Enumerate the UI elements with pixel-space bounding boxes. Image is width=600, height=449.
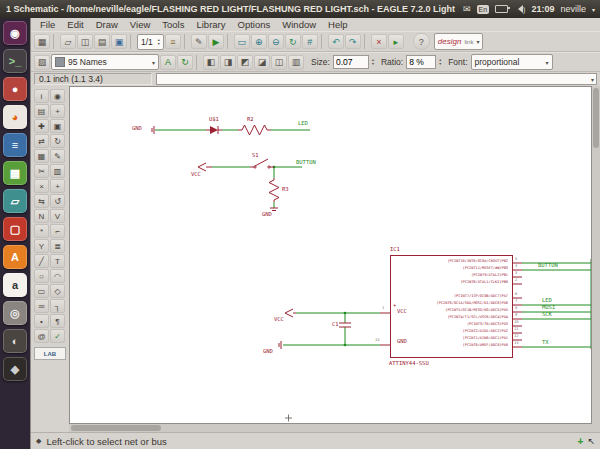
align-bottom-left-button[interactable]: ◩ bbox=[237, 55, 253, 70]
toolbar-icon[interactable] bbox=[130, 34, 134, 49]
session-user[interactable]: neville bbox=[560, 4, 586, 14]
open-icon[interactable]: ▱ bbox=[60, 34, 76, 49]
menu-tools[interactable]: Tools bbox=[156, 18, 190, 31]
stop-icon[interactable]: × bbox=[371, 34, 387, 49]
junction-tool[interactable]: • bbox=[34, 314, 49, 328]
name-display-button[interactable]: A bbox=[160, 55, 176, 70]
split-tool[interactable]: Y bbox=[34, 239, 49, 253]
menu-options[interactable]: Options bbox=[232, 18, 277, 31]
display-tool[interactable]: ▤ bbox=[34, 104, 49, 118]
schematic-canvas[interactable]: GNDU$1R2LEDVCCS1BUTTONR3GNDIC1ATTINY44-S… bbox=[69, 86, 592, 424]
delete-tool[interactable]: × bbox=[34, 179, 49, 193]
toolbar-icon[interactable] bbox=[184, 34, 188, 49]
zoom-out-icon[interactable]: ⊖ bbox=[268, 34, 284, 49]
cut-tool[interactable]: ✂ bbox=[34, 164, 49, 178]
redo-icon[interactable]: ↷ bbox=[345, 34, 361, 49]
toolbar-icon[interactable] bbox=[196, 55, 200, 70]
launcher-pdf[interactable]: ▢ bbox=[3, 217, 27, 241]
zoom-in-icon[interactable]: ⊕ bbox=[251, 34, 267, 49]
go-icon[interactable]: ▸ bbox=[388, 34, 404, 49]
launcher-firefox[interactable]: ◕ bbox=[3, 105, 27, 129]
menu-draw[interactable]: Draw bbox=[90, 18, 124, 31]
align-top-left-button[interactable]: ◧ bbox=[203, 55, 219, 70]
grid-icon[interactable]: ▦ bbox=[34, 34, 50, 49]
rotate-text-button[interactable]: ↻ bbox=[177, 55, 193, 70]
polygon-tool[interactable]: ◇ bbox=[50, 284, 65, 298]
layers-icon[interactable]: ≡ bbox=[165, 34, 181, 49]
net-tool[interactable]: ┐ bbox=[50, 299, 65, 313]
show-tool[interactable]: ◉ bbox=[50, 89, 65, 103]
mark-tool[interactable]: + bbox=[50, 104, 65, 118]
menu-file[interactable]: File bbox=[34, 18, 61, 31]
run-icon[interactable]: ▶ bbox=[208, 34, 224, 49]
launcher-inkscape[interactable]: ◆ bbox=[3, 357, 27, 381]
wire-tool[interactable]: ╱ bbox=[34, 254, 49, 268]
pinswap-tool[interactable]: ⇆ bbox=[34, 194, 49, 208]
launcher-terminal[interactable]: >_ bbox=[3, 49, 27, 73]
copy-tool[interactable]: ▣ bbox=[50, 119, 65, 133]
launcher-writer[interactable]: ≡ bbox=[3, 133, 27, 157]
group-tool[interactable]: ▦ bbox=[34, 149, 49, 163]
move-tool[interactable]: ✚ bbox=[34, 119, 49, 133]
menu-window[interactable]: Window bbox=[276, 18, 322, 31]
toolbar-icon[interactable] bbox=[53, 34, 57, 49]
label-tool[interactable]: ¶ bbox=[50, 314, 65, 328]
change-tool[interactable]: ✎ bbox=[50, 149, 65, 163]
launcher-software-center[interactable]: A bbox=[3, 245, 27, 269]
align-top-right-button[interactable]: ◨ bbox=[220, 55, 236, 70]
ratio-input[interactable] bbox=[406, 55, 436, 69]
attributes-icon[interactable]: ▧ bbox=[34, 55, 50, 70]
menu-view[interactable]: View bbox=[124, 18, 156, 31]
miter-tool[interactable]: ⌐ bbox=[50, 224, 65, 238]
command-input[interactable] bbox=[157, 74, 589, 84]
horizontal-scrollbar[interactable] bbox=[69, 424, 600, 432]
arc-tool[interactable]: ◠ bbox=[50, 269, 65, 283]
mirror-tool[interactable]: ⇄ bbox=[34, 134, 49, 148]
menu-help[interactable]: Help bbox=[322, 18, 354, 31]
sheet-spinner[interactable]: ▴▾ bbox=[158, 38, 160, 46]
info-tool[interactable]: i bbox=[34, 89, 49, 103]
launcher-impress[interactable]: ▱ bbox=[3, 189, 27, 213]
attribute-tool[interactable]: @ bbox=[34, 329, 49, 343]
rect-tool[interactable]: ▭ bbox=[34, 284, 49, 298]
zoom-fit-icon[interactable]: ▭ bbox=[234, 34, 250, 49]
lab-badge[interactable]: LAB bbox=[34, 347, 66, 360]
sheet-selector[interactable]: 1/1 ▴▾ bbox=[137, 34, 164, 50]
toolbar-icon[interactable] bbox=[364, 34, 368, 49]
paste-tool[interactable]: ▥ bbox=[50, 164, 65, 178]
help-button[interactable]: ? bbox=[413, 33, 430, 50]
replace-tool[interactable]: ↺ bbox=[50, 194, 65, 208]
save-icon[interactable]: ◫ bbox=[77, 34, 93, 49]
bus-tool[interactable]: ═ bbox=[34, 299, 49, 313]
align-center-button[interactable]: ◫ bbox=[271, 55, 287, 70]
export-image-icon[interactable]: ▣ bbox=[111, 34, 127, 49]
launcher-media[interactable]: ● bbox=[3, 77, 27, 101]
add-tool[interactable]: + bbox=[50, 179, 65, 193]
text-tool[interactable]: T bbox=[50, 254, 65, 268]
align-fill-button[interactable]: ▥ bbox=[288, 55, 304, 70]
name-tool[interactable]: N bbox=[34, 209, 49, 223]
size-spinner[interactable]: ▴▾ bbox=[372, 58, 374, 66]
volume-icon[interactable]: ) bbox=[514, 5, 525, 13]
launcher-settings[interactable]: ◎ bbox=[3, 301, 27, 325]
print-icon[interactable]: ▤ bbox=[94, 34, 110, 49]
script-icon[interactable]: ✎ bbox=[191, 34, 207, 49]
zoom-redraw-icon[interactable]: ↻ bbox=[285, 34, 301, 49]
clock[interactable]: 21:09 bbox=[531, 4, 554, 14]
launcher-gimp[interactable]: ◐ bbox=[3, 329, 27, 353]
session-menu-arrow[interactable]: ▾ bbox=[592, 6, 595, 13]
value-tool[interactable]: V bbox=[50, 209, 65, 223]
vertical-scrollbar[interactable] bbox=[592, 86, 600, 424]
rotate-tool[interactable]: ↻ bbox=[50, 134, 65, 148]
erc-tool[interactable]: ✓ bbox=[50, 329, 65, 343]
battery-icon[interactable] bbox=[495, 5, 508, 13]
align-bottom-right-button[interactable]: ◪ bbox=[254, 55, 270, 70]
menu-edit[interactable]: Edit bbox=[61, 18, 89, 31]
layer-combo[interactable]: 95 Names ▾ bbox=[51, 54, 159, 70]
launcher-amazon[interactable]: a bbox=[3, 273, 27, 297]
menu-library[interactable]: Library bbox=[190, 18, 231, 31]
launcher-ubuntu[interactable]: ◉ bbox=[3, 21, 27, 45]
invoke-tool[interactable]: ≣ bbox=[50, 239, 65, 253]
toolbar-icon[interactable] bbox=[321, 34, 325, 49]
command-line[interactable]: ▾ bbox=[156, 73, 597, 85]
